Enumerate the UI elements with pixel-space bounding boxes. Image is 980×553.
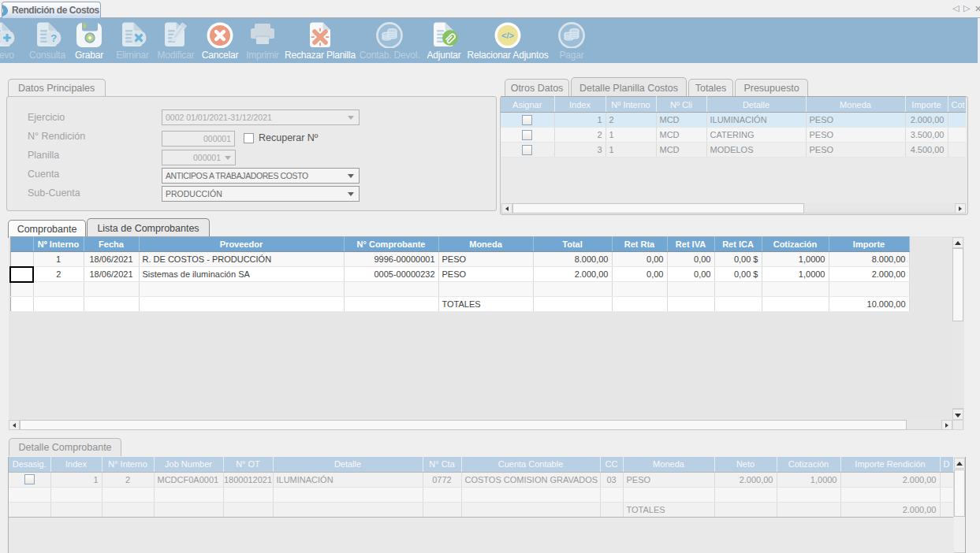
- svg-text:</>: </>: [501, 31, 514, 40]
